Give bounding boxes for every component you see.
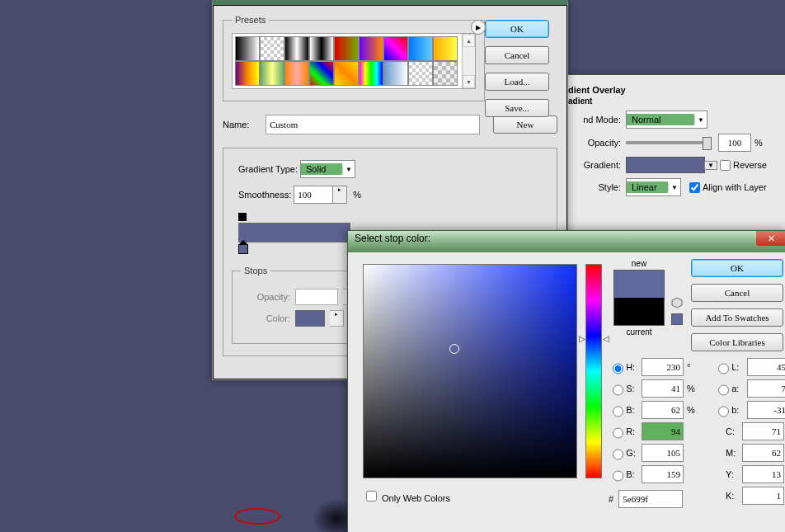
- r-input[interactable]: [642, 422, 684, 440]
- preset-scrollbar[interactable]: ▲ ▼: [462, 34, 475, 88]
- presets-well: ▲ ▼: [232, 33, 476, 89]
- b2-input[interactable]: [747, 401, 785, 419]
- name-input[interactable]: [266, 115, 480, 134]
- cancel-button[interactable]: Cancel: [485, 46, 549, 64]
- preset-swatch[interactable]: [359, 36, 383, 61]
- y-input[interactable]: [742, 465, 784, 483]
- b2-radio[interactable]: [718, 404, 729, 419]
- picker-ok-button[interactable]: OK: [691, 259, 783, 277]
- stops-legend: Stops: [241, 266, 270, 275]
- h-input[interactable]: [642, 358, 684, 376]
- ok-button[interactable]: OK: [485, 20, 549, 38]
- opacity-label: Opacity:: [568, 138, 621, 148]
- bl-input[interactable]: [642, 465, 684, 483]
- blend-mode-combo[interactable]: Normal▼: [626, 111, 707, 129]
- a-input[interactable]: [747, 379, 785, 398]
- b-radio[interactable]: [613, 404, 623, 419]
- hex-input[interactable]: [618, 490, 683, 508]
- blend-mode-label: nd Mode:: [568, 115, 621, 125]
- stop-opacity-label: Opacity:: [241, 292, 290, 302]
- c-input[interactable]: [742, 422, 784, 440]
- add-to-swatches-button[interactable]: Add To Swatches: [691, 308, 783, 327]
- preset-swatch[interactable]: [408, 61, 433, 86]
- preset-swatch[interactable]: [284, 61, 309, 86]
- g-radio[interactable]: [613, 447, 623, 462]
- svg-marker-0: [672, 298, 682, 308]
- name-label: Name:: [223, 120, 266, 129]
- l-radio[interactable]: [718, 361, 729, 376]
- hue-slider[interactable]: [585, 264, 602, 478]
- s-radio[interactable]: [613, 383, 623, 398]
- color-libraries-button[interactable]: Color Libraries: [691, 333, 783, 351]
- picker-title-text: Select stop color:: [355, 233, 430, 244]
- b-input[interactable]: [642, 401, 684, 419]
- new-label: new: [613, 259, 665, 268]
- gradient-label: Gradient:: [568, 160, 621, 170]
- stop-color-arrow[interactable]: ▸: [330, 310, 344, 327]
- preset-swatch[interactable]: [408, 36, 433, 61]
- overlay-title: dient Overlay: [568, 85, 785, 95]
- new-current-swatch[interactable]: [613, 270, 665, 326]
- picker-titlebar[interactable]: Select stop color: ✕: [348, 231, 785, 252]
- preset-swatch[interactable]: [309, 36, 334, 61]
- smoothness-label: Smoothness:: [238, 190, 291, 200]
- preset-swatch[interactable]: [334, 61, 359, 86]
- preset-swatch[interactable]: [235, 36, 260, 61]
- opacity-stop[interactable]: [238, 213, 247, 221]
- hex-label: #: [609, 494, 616, 504]
- stop-opacity-field[interactable]: [295, 289, 338, 305]
- align-checkbox[interactable]: [689, 182, 700, 193]
- preset-swatch[interactable]: [260, 61, 284, 86]
- gamut-warning-icon[interactable]: [671, 297, 683, 308]
- picker-cancel-button[interactable]: Cancel: [691, 284, 783, 302]
- preset-swatch[interactable]: [260, 36, 284, 61]
- bl-radio[interactable]: [613, 468, 623, 483]
- opacity-slider[interactable]: [626, 141, 712, 144]
- hue-arrow-left-icon: ▷: [579, 334, 585, 343]
- load-button[interactable]: Load...: [485, 73, 549, 91]
- gradient-type-combo[interactable]: Solid▼: [300, 160, 355, 178]
- preset-swatch[interactable]: [334, 36, 359, 61]
- overlay-subtitle: adient: [568, 97, 785, 106]
- gradient-preview[interactable]: [626, 157, 705, 173]
- stop-color-label: Color:: [241, 313, 290, 323]
- preset-swatch[interactable]: [309, 61, 334, 86]
- style-label: Style:: [568, 182, 621, 192]
- preset-swatch[interactable]: [359, 61, 383, 86]
- opacity-input[interactable]: [718, 134, 751, 152]
- gradient-dropdown-arrow[interactable]: ▼: [704, 161, 717, 170]
- color-picker-dialog: Select stop color: ✕ ▷ ◁ new current OK …: [347, 230, 785, 532]
- g-input[interactable]: [642, 444, 684, 462]
- scroll-down-icon[interactable]: ▼: [463, 75, 475, 88]
- closest-web-swatch[interactable]: [671, 313, 683, 325]
- preset-swatch[interactable]: [284, 36, 309, 61]
- h-radio[interactable]: [613, 361, 623, 376]
- preset-swatch[interactable]: [433, 36, 458, 61]
- preset-swatch[interactable]: [433, 61, 458, 86]
- gradient-bar[interactable]: [238, 223, 350, 242]
- a-radio[interactable]: [718, 383, 729, 398]
- gradient-type-label: Gradient Type:: [238, 164, 298, 174]
- annotation-circle: [234, 508, 280, 525]
- style-combo[interactable]: Linear▼: [626, 178, 681, 196]
- preset-swatch[interactable]: [383, 61, 408, 86]
- preset-swatch[interactable]: [235, 61, 260, 86]
- presets-legend: Presets: [232, 15, 269, 25]
- m-input[interactable]: [742, 444, 784, 462]
- preset-swatch[interactable]: [383, 36, 408, 61]
- smoothness-stepper[interactable]: ▸: [333, 186, 347, 204]
- scroll-up-icon[interactable]: ▲: [463, 34, 475, 47]
- reverse-checkbox[interactable]: [720, 160, 731, 171]
- k-input[interactable]: [742, 487, 784, 505]
- save-button[interactable]: Save...: [485, 99, 549, 117]
- color-stop[interactable]: [238, 244, 248, 254]
- web-colors-checkbox[interactable]: [366, 491, 377, 501]
- r-radio[interactable]: [613, 426, 623, 440]
- stop-color-swatch[interactable]: [295, 310, 325, 327]
- l-input[interactable]: [747, 358, 785, 376]
- saturation-brightness-field[interactable]: [363, 264, 577, 478]
- smoothness-input[interactable]: [294, 186, 333, 204]
- s-input[interactable]: [642, 379, 684, 398]
- close-icon[interactable]: ✕: [756, 231, 785, 246]
- hue-arrow-right-icon: ◁: [603, 334, 609, 343]
